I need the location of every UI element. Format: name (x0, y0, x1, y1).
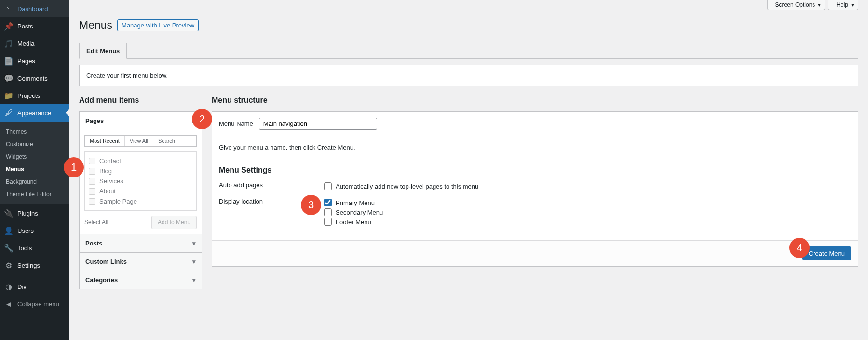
structure-title: Menu structure (212, 96, 858, 105)
nav-tools[interactable]: 🔧Tools (0, 239, 69, 257)
accordion-categories-header[interactable]: Categories ▾ (80, 271, 202, 289)
nav-users[interactable]: 👤Users (0, 222, 69, 239)
nav-settings[interactable]: ⚙Settings (0, 257, 69, 274)
page-title: Menus (79, 14, 112, 36)
submenu-customize[interactable]: Customize (0, 138, 69, 150)
add-to-menu-button[interactable]: Add to Menu (151, 216, 197, 229)
accordion-pages-header[interactable]: Pages ▴ (80, 112, 202, 130)
wrench-icon: 🔧 (4, 243, 14, 253)
caret-down-icon: ▾ (192, 276, 196, 284)
annotation-4: 4 (789, 238, 810, 258)
submenu-background[interactable]: Background (0, 176, 69, 188)
submenu-themes[interactable]: Themes (0, 125, 69, 138)
comment-icon: 💬 (4, 73, 14, 83)
nav-posts[interactable]: 📌Posts (0, 17, 69, 35)
media-icon: 🎵 (4, 39, 14, 48)
checkbox[interactable] (89, 188, 95, 195)
menu-name-input[interactable] (259, 118, 377, 130)
annotation-2: 2 (192, 109, 212, 129)
collapse-menu[interactable]: ◀Collapse menu (0, 295, 69, 313)
annotation-3: 3 (301, 195, 321, 215)
speedometer-icon: ⏲ (4, 4, 14, 14)
live-preview-button[interactable]: Manage with Live Preview (117, 19, 199, 31)
plug-icon: 🔌 (4, 208, 14, 218)
accordion-posts: Posts ▾ (79, 234, 202, 253)
nav-plugins[interactable]: 🔌Plugins (0, 204, 69, 222)
projects-icon: 📁 (4, 91, 14, 100)
gear-icon: ⚙ (4, 260, 14, 270)
checkbox[interactable] (324, 218, 332, 226)
pages-checklist: Contact Blog Services About Sample Page (84, 151, 197, 211)
admin-sidebar: ⏲Dashboard 📌Posts 🎵Media 📄Pages 💬Comment… (0, 0, 69, 340)
accordion-custom-links: Custom Links ▾ (79, 252, 202, 271)
pill-most-recent[interactable]: Most Recent (85, 136, 125, 146)
page-services[interactable]: Services (89, 176, 192, 186)
auto-add-option[interactable]: Automatically add new top-level pages to… (324, 181, 851, 191)
caret-down-icon: ▾ (818, 1, 821, 8)
caret-down-icon: ▾ (192, 240, 196, 247)
checkbox[interactable] (324, 182, 332, 190)
screen-options-tab[interactable]: Screen Options▾ (767, 0, 826, 10)
nav-appearance[interactable]: 🖌Appearance (0, 104, 69, 122)
submenu-widgets[interactable]: Widgets (0, 150, 69, 163)
submenu-theme-editor[interactable]: Theme File Editor (0, 188, 69, 201)
auto-add-label: Auto add pages (219, 181, 324, 189)
pill-view-all[interactable]: View All (125, 136, 153, 146)
help-tab[interactable]: Help▾ (828, 0, 858, 10)
checkbox[interactable] (89, 158, 95, 164)
caret-down-icon: ▾ (192, 258, 196, 265)
accordion-categories: Categories ▾ (79, 271, 202, 289)
loc-secondary[interactable]: Secondary Menu (324, 207, 851, 217)
appearance-submenu: Themes Customize Widgets Menus 1 Backgro… (0, 122, 69, 204)
accordion-posts-header[interactable]: Posts ▾ (80, 234, 202, 252)
structure-box: Menu Name Give your menu a name, then cl… (212, 111, 858, 267)
annotation-1: 1 (64, 157, 84, 177)
add-items-title: Add menu items (79, 96, 202, 105)
select-all-link[interactable]: Select All (84, 219, 108, 226)
create-menu-button[interactable]: Create Menu (802, 246, 851, 260)
nav-projects[interactable]: 📁Projects (0, 87, 69, 104)
hint-text: Give your menu a name, then click Create… (212, 136, 858, 159)
tab-edit-menus[interactable]: Edit Menus (79, 43, 127, 59)
accordion-pages: 2 Pages ▴ Most Recent View All Search Co… (79, 111, 202, 234)
brush-icon: 🖌 (4, 108, 14, 118)
page-icon: 📄 (4, 56, 14, 66)
collapse-icon: ◀ (4, 299, 14, 309)
main-content: Screen Options▾ Help▾ Menus Manage with … (69, 0, 868, 340)
nav-divi[interactable]: ◑Divi (0, 278, 69, 295)
nav-comments[interactable]: 💬Comments (0, 69, 69, 87)
submenu-menus[interactable]: Menus 1 (0, 163, 69, 176)
checkbox[interactable] (89, 198, 95, 205)
menu-name-label: Menu Name (219, 120, 253, 127)
menu-settings-title: Menu Settings (219, 166, 851, 175)
accordion-custom-header[interactable]: Custom Links ▾ (80, 253, 202, 271)
checkbox[interactable] (89, 168, 95, 175)
nav-pages[interactable]: 📄Pages (0, 52, 69, 69)
nav-dashboard[interactable]: ⏲Dashboard (0, 0, 69, 17)
page-blog[interactable]: Blog (89, 166, 192, 176)
caret-down-icon: ▾ (851, 1, 854, 8)
checkbox[interactable] (324, 199, 332, 206)
pin-icon: 📌 (4, 21, 14, 31)
divi-icon: ◑ (4, 282, 14, 291)
notice: Create your first menu below. (79, 65, 858, 86)
user-icon: 👤 (4, 226, 14, 235)
page-contact[interactable]: Contact (89, 156, 192, 166)
page-sample[interactable]: Sample Page (89, 196, 192, 206)
loc-footer[interactable]: Footer Menu (324, 217, 851, 227)
page-about[interactable]: About (89, 186, 192, 196)
nav-media[interactable]: 🎵Media (0, 35, 69, 52)
loc-primary[interactable]: Primary Menu (324, 198, 851, 207)
checkbox[interactable] (89, 178, 95, 185)
pill-search[interactable]: Search (153, 136, 180, 146)
checkbox[interactable] (324, 208, 332, 216)
